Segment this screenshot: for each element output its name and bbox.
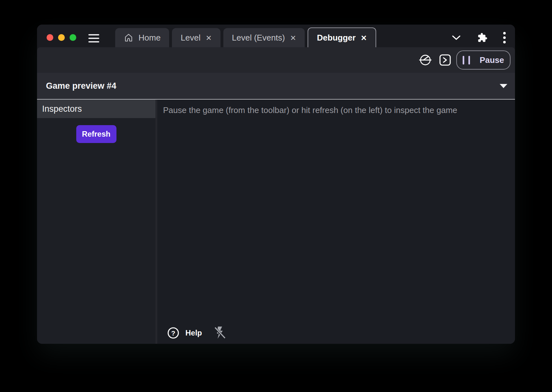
tab-label: Home xyxy=(138,33,160,43)
kebab-menu-icon[interactable] xyxy=(503,31,506,44)
help-icon[interactable]: ? xyxy=(167,327,180,339)
close-icon[interactable]: ✕ xyxy=(290,34,296,42)
zoom-window-button[interactable] xyxy=(70,34,76,41)
inspector-content: Pause the game (from the toolbar) or hit… xyxy=(157,100,515,344)
close-icon[interactable]: ✕ xyxy=(361,34,367,42)
debugger-panel: Pause Game preview #4 Inspectors Refresh… xyxy=(37,47,515,344)
refresh-button[interactable]: Refresh xyxy=(76,125,116,143)
desktop: Home Level ✕ Level (Events) ✕ Debugger ✕ xyxy=(0,0,552,392)
tab-label: Level xyxy=(181,33,200,43)
profiler-gauge-icon[interactable] xyxy=(419,53,432,67)
tab-label: Level (Events) xyxy=(232,33,285,43)
sidebar-item-inspectors[interactable]: Inspectors xyxy=(37,100,155,118)
close-icon[interactable]: ✕ xyxy=(206,34,212,42)
help-label: Help xyxy=(185,328,202,337)
tab-home[interactable]: Home xyxy=(115,28,169,47)
console-icon[interactable] xyxy=(439,54,451,66)
svg-text:?: ? xyxy=(171,329,175,337)
debugger-body: Inspectors Refresh Pause the game (from … xyxy=(37,100,515,344)
home-icon xyxy=(124,33,133,42)
pause-icon xyxy=(463,56,470,64)
tab-bar-actions xyxy=(452,31,515,44)
tab-label: Debugger xyxy=(317,33,355,43)
empty-state-message: Pause the game (from the toolbar) or hit… xyxy=(163,105,515,115)
hamburger-menu-icon[interactable] xyxy=(88,34,99,42)
preview-title: Game preview #4 xyxy=(46,81,116,91)
tab-list: Home Level ✕ Level (Events) ✕ Debugger ✕ xyxy=(115,27,376,47)
window-controls xyxy=(47,34,76,41)
debugger-toolbar: Pause xyxy=(37,47,515,73)
preview-header[interactable]: Game preview #4 xyxy=(37,73,515,100)
inspectors-sidebar: Inspectors Refresh xyxy=(37,100,155,344)
extensions-puzzle-icon[interactable] xyxy=(477,33,488,43)
inspectors-label: Inspectors xyxy=(42,104,82,114)
pause-button[interactable]: Pause xyxy=(456,50,511,70)
tab-level[interactable]: Level ✕ xyxy=(172,28,220,47)
app-window: Home Level ✕ Level (Events) ✕ Debugger ✕ xyxy=(37,25,515,344)
tab-bar: Home Level ✕ Level (Events) ✕ Debugger ✕ xyxy=(37,25,515,47)
dropdown-arrow-icon[interactable] xyxy=(500,84,507,88)
chevron-down-icon[interactable] xyxy=(452,35,461,41)
close-window-button[interactable] xyxy=(47,34,53,41)
pause-button-label: Pause xyxy=(480,55,504,65)
tab-debugger[interactable]: Debugger ✕ xyxy=(308,27,376,47)
bottom-actions: ? Help xyxy=(167,326,226,340)
minimize-window-button[interactable] xyxy=(58,34,65,41)
tab-level-events[interactable]: Level (Events) ✕ xyxy=(223,28,305,47)
flash-off-icon[interactable] xyxy=(214,326,226,340)
